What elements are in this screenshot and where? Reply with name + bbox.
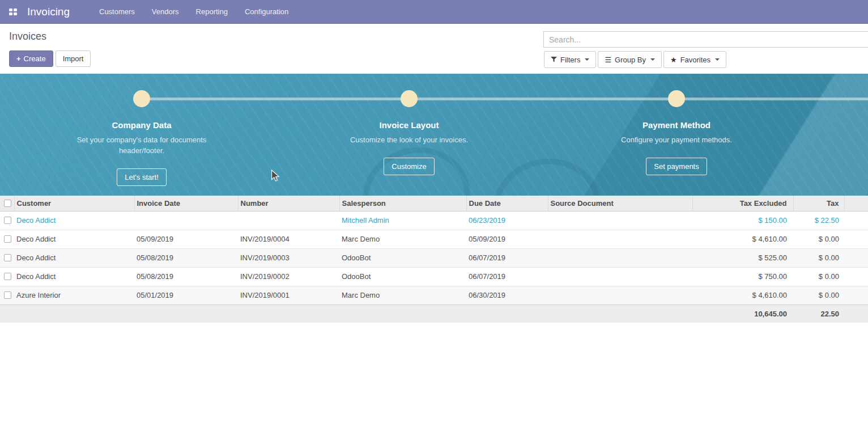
- row-checkbox-cell[interactable]: [0, 286, 14, 305]
- table-row[interactable]: Azure Interior 05/01/2019 INV/2019/0001 …: [0, 286, 868, 305]
- column-header-salesperson[interactable]: Salesperson: [339, 196, 466, 211]
- onboarding-banner: Company Data Set your company's data for…: [0, 74, 868, 196]
- cell-salesperson[interactable]: OdooBot: [339, 267, 466, 286]
- column-header-due-date[interactable]: Due Date: [466, 196, 548, 211]
- nav-item-configuration[interactable]: Configuration: [245, 7, 288, 16]
- column-header-invoice-date[interactable]: Invoice Date: [134, 196, 238, 211]
- apps-menu-icon[interactable]: [9, 9, 17, 15]
- cell-invoice-date[interactable]: 05/01/2019: [134, 286, 238, 305]
- step-dot-icon: [668, 90, 685, 107]
- cell-tax-excluded[interactable]: $ 150.00: [692, 211, 793, 230]
- cell-number[interactable]: INV/2019/0002: [238, 267, 339, 286]
- cell-tax-excluded[interactable]: $ 750.00: [692, 267, 793, 286]
- column-header-source-document[interactable]: Source Document: [548, 196, 692, 211]
- select-all-checkbox[interactable]: [4, 200, 11, 207]
- cell-source-document[interactable]: [548, 230, 692, 248]
- cell-customer[interactable]: Deco Addict: [14, 230, 134, 248]
- cell-customer[interactable]: Deco Addict: [14, 248, 134, 267]
- table-row[interactable]: Deco Addict 05/09/2019 INV/2019/0004 Mar…: [0, 230, 868, 248]
- cell-tax[interactable]: $ 0.00: [793, 267, 844, 286]
- cell-source-document[interactable]: [548, 248, 692, 267]
- onboarding-step-invoice-layout: Invoice Layout Customize the look of you…: [275, 74, 543, 186]
- nav-item-vendors[interactable]: Vendors: [152, 7, 179, 16]
- nav-item-customers[interactable]: Customers: [99, 7, 135, 16]
- cell-spacer: [844, 248, 868, 267]
- cell-tax[interactable]: $ 0.00: [793, 286, 844, 305]
- salesperson-link[interactable]: Mitchell Admin: [342, 216, 389, 225]
- row-checkbox-cell[interactable]: [0, 211, 14, 230]
- cell-due-date[interactable]: 06/07/2019: [466, 248, 548, 267]
- step-title: Invoice Layout: [379, 120, 439, 130]
- cell-salesperson[interactable]: Marc Demo: [339, 286, 466, 305]
- cell-invoice-date[interactable]: [134, 211, 238, 230]
- invoices-table: Customer Invoice Date Number Salesperson…: [0, 196, 868, 323]
- app-title[interactable]: Invoicing: [27, 6, 70, 18]
- cell-spacer: [844, 267, 868, 286]
- column-header-customer[interactable]: Customer: [14, 196, 134, 211]
- cell-tax-excluded[interactable]: $ 4,610.00: [692, 286, 793, 305]
- filters-button-label: Filters: [560, 56, 580, 64]
- cell-salesperson[interactable]: Mitchell Admin: [339, 211, 466, 230]
- cell-number[interactable]: INV/2019/0004: [238, 230, 339, 248]
- chevron-down-icon: [585, 58, 589, 61]
- table-row[interactable]: Deco Addict Mitchell Admin 06/23/2019 $ …: [0, 211, 868, 230]
- cell-source-document[interactable]: [548, 286, 692, 305]
- row-checkbox-cell[interactable]: [0, 230, 14, 248]
- table-row[interactable]: Deco Addict 05/08/2019 INV/2019/0002 Odo…: [0, 267, 868, 286]
- onboarding-step-payment-method: Payment Method Configure your payment me…: [543, 74, 810, 186]
- cell-invoice-date[interactable]: 05/09/2019: [134, 230, 238, 248]
- cell-tax[interactable]: $ 0.00: [793, 248, 844, 267]
- column-header-spacer: [844, 196, 868, 211]
- cell-tax-excluded[interactable]: $ 4,610.00: [692, 230, 793, 248]
- group-by-button[interactable]: ☰ Group By: [598, 51, 662, 68]
- cell-spacer: [844, 230, 868, 248]
- row-checkbox[interactable]: [4, 291, 11, 299]
- cell-customer[interactable]: Deco Addict: [14, 267, 134, 286]
- column-header-tax[interactable]: Tax: [793, 196, 844, 211]
- cell-tax-excluded[interactable]: $ 525.00: [692, 248, 793, 267]
- total-tax-excluded: 10,645.00: [692, 305, 793, 323]
- cell-number[interactable]: INV/2019/0003: [238, 248, 339, 267]
- star-icon: ★: [670, 56, 677, 64]
- favorites-button[interactable]: ★ Favorites: [663, 51, 726, 68]
- step-dot-icon: [401, 90, 418, 107]
- row-checkbox[interactable]: [4, 217, 11, 224]
- cell-tax[interactable]: $ 0.00: [793, 230, 844, 248]
- filters-button[interactable]: Filters: [544, 51, 596, 68]
- create-button[interactable]: +Create: [9, 50, 53, 67]
- cell-due-date[interactable]: 06/23/2019: [466, 211, 548, 230]
- column-header-tax-excluded[interactable]: Tax Excluded: [692, 196, 793, 211]
- cell-salesperson[interactable]: OdooBot: [339, 248, 466, 267]
- column-header-number[interactable]: Number: [238, 196, 339, 211]
- lets-start-button[interactable]: Let's start!: [117, 168, 167, 186]
- customer-link[interactable]: Deco Addict: [16, 216, 56, 225]
- row-checkbox[interactable]: [4, 273, 11, 280]
- import-button[interactable]: Import: [56, 50, 91, 67]
- cell-salesperson[interactable]: Marc Demo: [339, 230, 466, 248]
- cell-customer[interactable]: Deco Addict: [14, 211, 134, 230]
- cell-customer[interactable]: Azure Interior: [14, 286, 134, 305]
- cell-source-document[interactable]: [548, 267, 692, 286]
- cell-due-date[interactable]: 05/09/2019: [466, 230, 548, 248]
- cell-number[interactable]: INV/2019/0001: [238, 286, 339, 305]
- row-checkbox[interactable]: [4, 235, 11, 243]
- cell-invoice-date[interactable]: 05/08/2019: [134, 248, 238, 267]
- nav-item-reporting[interactable]: Reporting: [196, 7, 228, 16]
- set-payments-button[interactable]: Set payments: [646, 158, 707, 175]
- cell-tax[interactable]: $ 22.50: [793, 211, 844, 230]
- cell-number[interactable]: [238, 211, 339, 230]
- select-all-checkbox-cell[interactable]: [0, 196, 14, 211]
- row-checkbox[interactable]: [4, 254, 11, 261]
- nav-menu: Customers Vendors Reporting Configuratio…: [99, 7, 288, 16]
- group-by-icon: ☰: [605, 56, 611, 64]
- cell-invoice-date[interactable]: 05/08/2019: [134, 267, 238, 286]
- cell-due-date[interactable]: 06/07/2019: [466, 267, 548, 286]
- customize-button[interactable]: Customize: [384, 158, 434, 175]
- table-row[interactable]: Deco Addict 05/08/2019 INV/2019/0003 Odo…: [0, 248, 868, 267]
- row-checkbox-cell[interactable]: [0, 248, 14, 267]
- search-input[interactable]: [543, 31, 868, 48]
- table-totals-row: 10,645.00 22.50: [0, 305, 868, 323]
- cell-due-date[interactable]: 06/30/2019: [466, 286, 548, 305]
- cell-source-document[interactable]: [548, 211, 692, 230]
- row-checkbox-cell[interactable]: [0, 267, 14, 286]
